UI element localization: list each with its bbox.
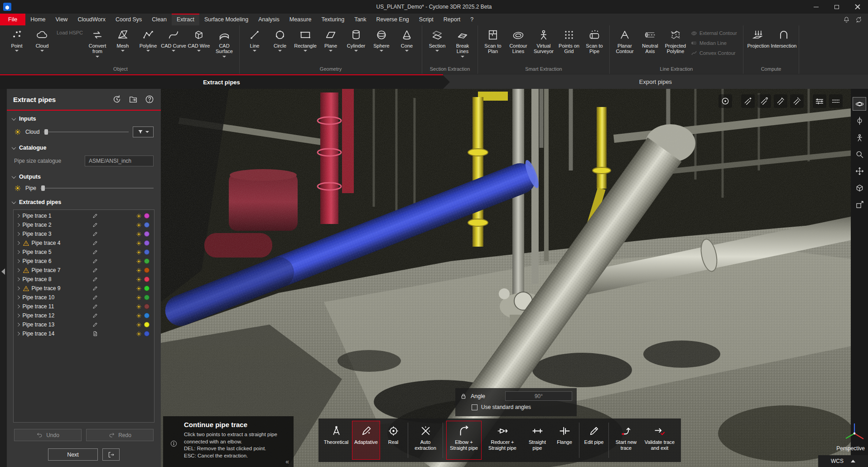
color-swatch[interactable] <box>144 222 149 228</box>
expand-chevron-icon[interactable] <box>16 268 20 272</box>
pan-tool[interactable] <box>853 164 866 178</box>
pipe-trace-row[interactable]: Pipe trace 14 <box>14 329 154 338</box>
visibility-bulb-icon[interactable] <box>136 240 142 246</box>
pipe-trace-row[interactable]: Pipe trace 1 <box>14 211 154 220</box>
color-swatch[interactable] <box>144 295 149 300</box>
section-catalogue[interactable]: Catalogue <box>7 140 161 153</box>
convex-contour-button[interactable]: Convex Contour <box>691 50 740 56</box>
color-swatch[interactable] <box>144 240 149 246</box>
pipe-detect-toggle[interactable] <box>741 94 755 108</box>
circle-button[interactable]: Circle <box>267 25 293 65</box>
visibility-bulb-icon[interactable] <box>136 249 142 255</box>
target-mode-button[interactable] <box>719 94 732 108</box>
visibility-bulb-icon[interactable] <box>136 313 142 319</box>
maximize-button[interactable] <box>826 0 847 14</box>
pencil-icon[interactable] <box>92 276 98 282</box>
flange-button[interactable]: Flange <box>553 421 576 460</box>
reducer-straight-pipe-button[interactable]: Reducer + Straight pipe <box>483 421 521 460</box>
tab-cloudworx[interactable]: CloudWorx <box>72 14 111 25</box>
tab-tank[interactable]: Tank <box>349 14 371 25</box>
color-swatch[interactable] <box>144 249 149 255</box>
document-icon[interactable] <box>92 331 98 337</box>
color-swatch[interactable] <box>144 313 149 318</box>
mesh-button[interactable]: Mesh <box>110 25 135 65</box>
visibility-bulb-icon[interactable] <box>136 222 142 228</box>
export-folder-icon[interactable] <box>128 94 138 104</box>
zoom-tool[interactable] <box>853 147 866 161</box>
pipe-edit-toggle[interactable] <box>774 94 787 108</box>
color-swatch[interactable] <box>144 331 149 336</box>
slider-handle[interactable] <box>41 185 45 191</box>
color-swatch[interactable] <box>144 304 149 309</box>
color-swatch[interactable] <box>144 213 149 219</box>
visibility-bulb-icon[interactable] <box>136 295 142 301</box>
exit-workflow-button[interactable] <box>102 448 120 461</box>
cad-curve-button[interactable]: CAD Curve <box>161 25 186 65</box>
pencil-icon[interactable] <box>92 303 98 310</box>
color-swatch[interactable] <box>144 258 149 264</box>
visibility-bulb-icon[interactable] <box>136 322 142 328</box>
use-standard-angles-checkbox[interactable] <box>472 404 477 410</box>
tab-report[interactable]: Report <box>439 14 466 25</box>
pencil-icon[interactable] <box>92 321 98 328</box>
neutral-axis-button[interactable]: Neutral Axis <box>637 25 663 65</box>
projection-mode-label[interactable]: Perspective <box>836 445 865 452</box>
visibility-bulb-icon[interactable] <box>136 331 142 337</box>
expand-chevron-icon[interactable] <box>16 332 20 336</box>
color-swatch[interactable] <box>144 286 149 291</box>
pencil-icon[interactable] <box>92 222 98 228</box>
pencil-icon[interactable] <box>92 285 98 292</box>
start-new-trace-button[interactable]: Start new trace <box>612 421 640 460</box>
first-person-tool[interactable] <box>853 131 866 144</box>
break-lines-button[interactable]: Break Lines <box>450 25 475 65</box>
view-cube-tool[interactable] <box>853 181 866 195</box>
workflow-stage-extract-pipes[interactable]: Extract pipes <box>0 74 443 89</box>
expand-chevron-icon[interactable] <box>16 232 20 236</box>
expand-chevron-icon[interactable] <box>16 259 20 263</box>
cloud-opacity-slider[interactable] <box>43 128 129 136</box>
expand-chevron-icon[interactable] <box>16 214 20 218</box>
lock-icon[interactable] <box>460 393 467 400</box>
load-hspc-button[interactable]: Load HSPC <box>57 30 83 35</box>
expand-chevron-icon[interactable] <box>16 250 20 254</box>
expand-chevron-icon[interactable] <box>16 223 20 227</box>
real-mode-button[interactable]: Real <box>382 421 405 460</box>
close-button[interactable] <box>847 0 868 14</box>
sphere-button[interactable]: Sphere <box>369 25 394 65</box>
visibility-bulb-icon[interactable] <box>136 213 142 219</box>
pipe-trace-row[interactable]: Pipe trace 4 <box>14 238 154 248</box>
extracted-pipes-list[interactable]: Pipe trace 1 Pipe trace 2 Pipe trace 3 P… <box>13 209 154 423</box>
angle-input[interactable] <box>505 391 572 401</box>
section-outputs[interactable]: Outputs <box>7 169 161 182</box>
points-on-grid-button[interactable]: Points on Grid <box>556 25 582 65</box>
visibility-bulb-icon[interactable] <box>136 277 142 282</box>
constrained-orbit-tool[interactable] <box>853 114 866 127</box>
pencil-icon[interactable] <box>92 240 98 246</box>
external-contour-button[interactable]: External Contour <box>691 30 740 36</box>
expand-chevron-icon[interactable] <box>16 287 20 290</box>
redo-button[interactable]: Redo <box>86 429 154 441</box>
line-button[interactable]: Line <box>242 25 267 65</box>
theoretical-mode-button[interactable]: Theoretical <box>322 421 350 460</box>
visibility-bulb-icon[interactable] <box>136 268 142 273</box>
tab-surface-modeling[interactable]: Surface Modeling <box>199 14 253 25</box>
virtual-surveyor-button[interactable]: Virtual Surveyor <box>531 25 556 65</box>
cad-wire-button[interactable]: CAD Wire <box>186 25 212 65</box>
collapse-panel-button[interactable]: « <box>285 458 289 465</box>
section-button[interactable]: Section <box>424 25 450 65</box>
point-button[interactable]: Point <box>4 25 29 65</box>
planar-contour-button[interactable]: Planar Contour <box>612 25 637 65</box>
clipping-box-tool[interactable] <box>853 198 866 211</box>
pipe-trace-row[interactable]: Pipe trace 2 <box>14 220 154 229</box>
file-menu-button[interactable]: File <box>0 14 25 25</box>
straight-pipe-button[interactable]: Straight pipe <box>523 421 551 460</box>
adaptative-mode-button[interactable]: Adaptative <box>352 421 380 460</box>
pipe-trace-row[interactable]: Pipe trace 9 <box>14 284 154 293</box>
pencil-icon[interactable] <box>92 258 98 264</box>
undo-button[interactable]: Undo <box>14 429 82 441</box>
rectangle-button[interactable]: Rectangle <box>293 25 318 65</box>
color-swatch[interactable] <box>144 268 149 273</box>
edit-pipe-button[interactable]: Edit pipe <box>583 421 605 460</box>
pencil-icon[interactable] <box>92 312 98 319</box>
notifications-bell-icon[interactable] <box>843 16 850 24</box>
